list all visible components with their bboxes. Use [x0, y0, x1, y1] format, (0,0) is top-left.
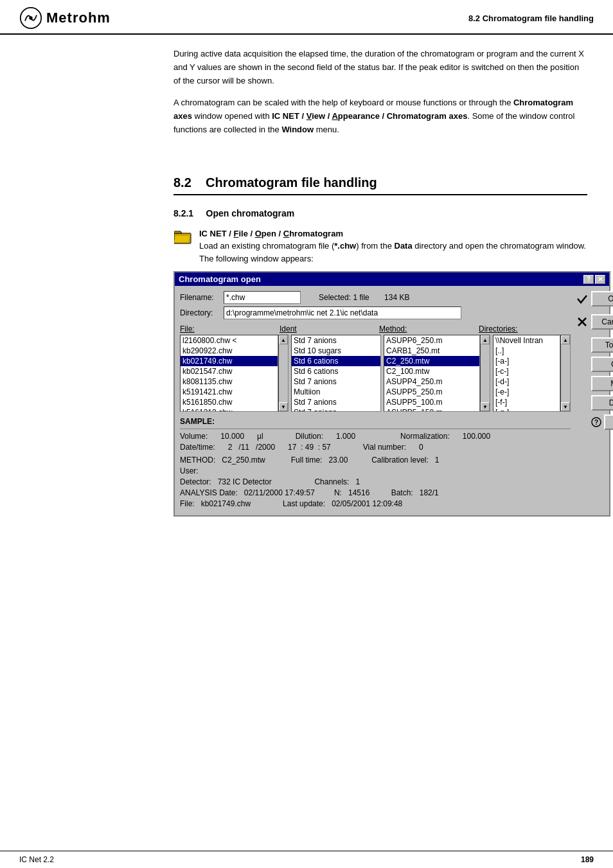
logo-area: Metrohm — [19, 6, 111, 30]
calibration-label: Calibration level: — [371, 456, 429, 465]
datetime-label: Date/time: — [180, 443, 215, 452]
filename-label: Filename: — [180, 293, 218, 302]
ident-list[interactable]: Std 7 anions Std 10 sugars Std 6 cations… — [291, 335, 381, 412]
dialog-titlebar: Chromatogram open ? ✕ — [175, 272, 609, 286]
list-item[interactable]: k5161212.chw — [181, 407, 278, 412]
list-item[interactable]: [-d-] — [493, 376, 560, 387]
col-header-ident[interactable]: Ident — [280, 324, 379, 333]
cancel-button[interactable]: Cancel — [591, 314, 613, 330]
list-item[interactable]: l2160800.chw < — [181, 335, 278, 346]
list-item[interactable]: ASUPP5_250.m — [384, 387, 479, 397]
list-item[interactable]: CARB1_250.mt — [384, 346, 479, 356]
dialog-titlebar-buttons: ? ✕ — [583, 275, 605, 284]
section-number: 8.2 — [173, 175, 191, 190]
list-item[interactable]: ASUPP5_100.m — [384, 397, 479, 407]
close-titlebar-btn[interactable]: ✕ — [595, 275, 605, 284]
list-item[interactable]: [-e-] — [493, 387, 560, 397]
directory-input[interactable] — [224, 306, 461, 319]
list-item[interactable]: k8081135.chw — [181, 376, 278, 387]
list-item[interactable]: [-f-] — [493, 397, 560, 407]
directory-row: Directory: — [180, 306, 571, 319]
logo-text: Metrohm — [46, 10, 111, 26]
delete-button[interactable]: Delete — [591, 395, 613, 411]
list-item[interactable]: [-a-] — [493, 356, 560, 366]
dir-list[interactable]: \\Novell Intran [..] [-a-] [-c-] [-d-] [… — [493, 335, 560, 412]
col-header-file[interactable]: File: — [180, 324, 280, 333]
list-item[interactable]: ASUPP6_250.m — [384, 335, 479, 346]
section-title: Chromatogram file handling — [206, 175, 377, 190]
file-lists: l2160800.chw < kb290922.chw kb021749.chw… — [180, 335, 571, 412]
header-section-title: 8.2 Chromatogram file handling — [468, 13, 594, 23]
chromatogram-open-dialog[interactable]: Chromatogram open ? ✕ Filename: Selected… — [173, 271, 610, 517]
move-button[interactable]: Move — [591, 376, 613, 391]
filename-row: Filename: Selected: 1 file 134 KB — [180, 291, 571, 304]
list-item[interactable]: ASUPP5_150.m — [384, 407, 479, 412]
list-item[interactable]: Std 10 sugars — [292, 346, 380, 356]
list-item[interactable]: k5191421.chw — [181, 387, 278, 397]
dialog-with-buttons: Filename: Selected: 1 file 134 KB Direct… — [180, 291, 604, 510]
copy-button[interactable]: Copy — [591, 357, 613, 372]
list-item[interactable]: Multiion — [292, 387, 380, 397]
ok-button[interactable]: OK — [591, 291, 613, 306]
list-item[interactable]: Std 7 anions — [292, 376, 380, 387]
lastupdate-value: 02/05/2001 12:09:48 — [332, 499, 402, 508]
method-list[interactable]: ASUPP6_250.m CARB1_250.mt C2_250.mtw C2_… — [384, 335, 480, 412]
subsection-heading: 8.2.1 Open chromatogram — [173, 208, 587, 218]
list-item[interactable]: \\Novell Intran — [493, 335, 560, 346]
fulltime-label: Full time: — [291, 456, 323, 465]
col-header-method[interactable]: Method: — [379, 324, 479, 333]
batch-label: Batch: — [391, 488, 413, 497]
tobatch-button[interactable]: To Batch — [591, 337, 613, 353]
help-titlebar-btn[interactable]: ? — [583, 275, 594, 284]
normalization-value: 100.000 — [463, 432, 490, 441]
list-item[interactable]: [-g-] — [493, 407, 560, 412]
detector-label: Detector: — [180, 477, 211, 486]
list-item-selected[interactable]: kb021749.chw — [181, 356, 278, 366]
file-value-bottom: kb021749.chw — [201, 499, 251, 508]
filename-input[interactable] — [224, 291, 301, 304]
list-item-selected[interactable]: C2_250.mtw — [384, 356, 479, 366]
list-item[interactable]: kb021547.chw — [181, 366, 278, 376]
vial-value: 0 — [419, 443, 423, 452]
list-item[interactable]: k5161850.chw — [181, 397, 278, 407]
sample-section: SAMPLE: Volume: 10.000 µl Dilution: 1.00… — [180, 417, 571, 452]
list-item[interactable]: C2_100.mtw — [384, 366, 479, 376]
cancel-button-area: Cancel — [576, 314, 613, 330]
instruction-block: IC NET / File / Open / Chromatogram Load… — [173, 227, 587, 265]
list-item[interactable]: [-c-] — [493, 366, 560, 376]
analysis-row: ANALYSIS Date: 02/11/2000 17:49:57 N: 14… — [180, 488, 571, 497]
n-value: 14516 — [348, 488, 369, 497]
scroll-down-arrow[interactable]: ▼ — [561, 402, 570, 411]
list-item[interactable]: [..] — [493, 346, 560, 356]
files-list[interactable]: l2160800.chw < kb290922.chw kb021749.chw… — [180, 335, 278, 412]
list-item[interactable]: Std 7 anions — [292, 335, 380, 346]
files-list-scrollbar[interactable]: ▲ ▼ — [278, 335, 289, 412]
help-icon: ? — [591, 417, 601, 427]
subsection-title: Open chromatogram — [206, 208, 295, 218]
list-item[interactable]: kb290922.chw — [181, 346, 278, 356]
datetime-value: 2 /11 /2000 17 : 49 : 57 — [228, 443, 331, 452]
list-item[interactable]: Std 6 cations — [292, 366, 380, 376]
dir-list-scrollbar[interactable]: ▲ ▼ — [560, 335, 571, 412]
method-list-scrollbar[interactable]: ▲ ▼ — [480, 335, 490, 412]
detector-row: Detector: 732 IC Detector Channels: 1 — [180, 477, 571, 486]
scroll-up-arrow[interactable]: ▲ — [481, 335, 490, 344]
scroll-down-arrow[interactable]: ▼ — [279, 402, 288, 411]
method-info-row: METHOD: C2_250.mtw Full time: 23.00 Cali… — [180, 456, 571, 465]
col-header-directories[interactable]: Directories: — [479, 324, 556, 333]
list-item[interactable]: Std 7 anions — [292, 407, 380, 412]
scroll-down-arrow[interactable]: ▼ — [481, 402, 490, 411]
footer-left: IC Net 2.2 — [19, 855, 54, 864]
list-item[interactable]: ASUPP4_250.m — [384, 376, 479, 387]
scroll-up-arrow[interactable]: ▲ — [561, 335, 570, 344]
dialog-title: Chromatogram open — [179, 274, 261, 284]
list-item[interactable]: Std 7 anions — [292, 397, 380, 407]
help-button[interactable]: Help — [604, 414, 613, 430]
scroll-up-arrow[interactable]: ▲ — [279, 335, 288, 344]
page-number: 189 — [581, 855, 594, 864]
list-item-selected[interactable]: Std 6 cations — [292, 356, 380, 366]
directory-label: Directory: — [180, 308, 218, 317]
open-folder-icon — [173, 227, 193, 247]
analysis-label: ANALYSIS Date: — [180, 488, 238, 497]
selected-size: 134 KB — [384, 293, 409, 302]
